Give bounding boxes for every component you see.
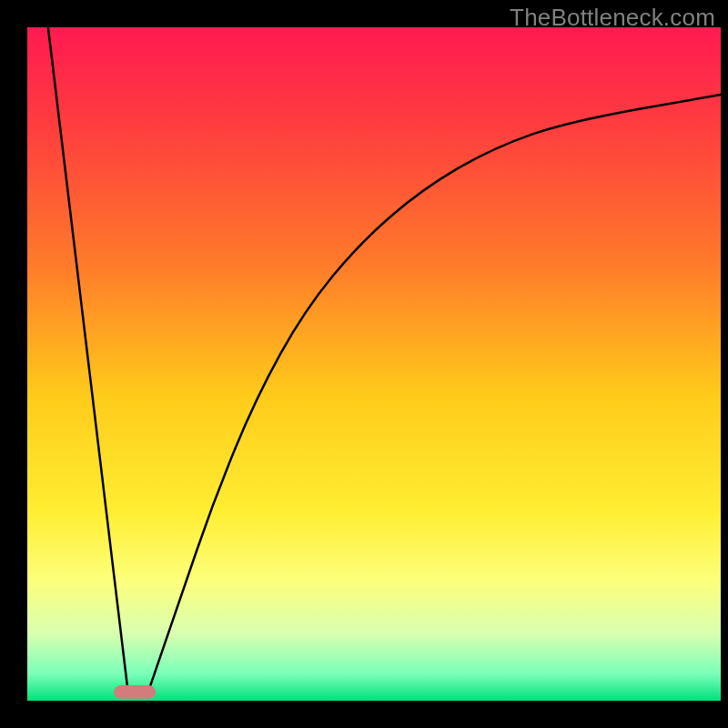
- min-marker: [114, 685, 156, 699]
- chart-svg: [0, 0, 728, 728]
- chart-container: TheBottleneck.com: [0, 0, 728, 728]
- plot-area: [27, 27, 721, 701]
- watermark-text: TheBottleneck.com: [510, 4, 715, 32]
- gradient-background: [27, 27, 721, 701]
